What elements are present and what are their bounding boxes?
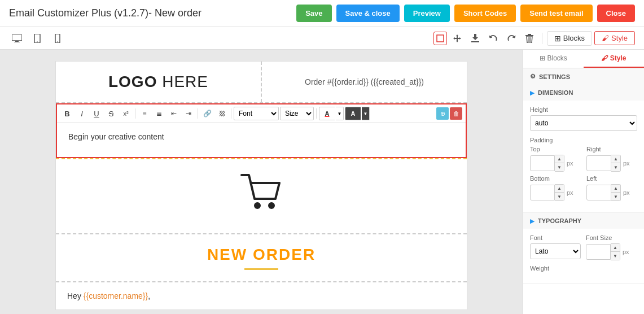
settings-label: SETTINGS: [539, 73, 570, 80]
logo-rest: HERE: [157, 73, 208, 90]
cart-section[interactable]: [56, 158, 467, 234]
font-size-input[interactable]: 16: [586, 244, 611, 260]
indent-less-button[interactable]: ⇤: [167, 107, 181, 120]
style-tab-label: 🖌 Style: [601, 54, 626, 62]
desktop-icon[interactable]: [9, 30, 25, 46]
svg-rect-7: [437, 35, 444, 42]
padding-bottom-down[interactable]: ▼: [555, 193, 564, 200]
send-test-button[interactable]: Send test email: [520, 5, 592, 22]
dimension-section: ▶ DIMENSION Height auto Padding: [523, 85, 644, 213]
bg-color-a: A: [351, 110, 356, 117]
superscript-button[interactable]: x²: [119, 107, 133, 120]
link-button[interactable]: 🔗: [200, 107, 214, 120]
padding-right-up[interactable]: ▲: [611, 155, 620, 163]
font-size-col: Font Size 16 ▲ ▼ px: [586, 234, 637, 260]
bg-color-button[interactable]: A: [345, 107, 361, 120]
font-select[interactable]: Font: [234, 107, 279, 120]
padding-top-col: Top 10 ▲ ▼ px: [530, 146, 581, 172]
size-select[interactable]: Size: [280, 107, 314, 120]
tablet-icon[interactable]: [29, 30, 45, 46]
new-order-section[interactable]: NEW ORDER: [56, 234, 467, 282]
padding-top-input[interactable]: 10: [530, 155, 555, 171]
short-codes-button[interactable]: Short Codes: [454, 5, 516, 22]
download-icon[interactable]: [467, 30, 483, 46]
blocks-tab[interactable]: ⊞ Blocks: [547, 31, 592, 46]
redo-icon[interactable]: [503, 30, 519, 46]
font-size-down[interactable]: ▼: [611, 252, 620, 260]
customer-section[interactable]: Hey {{customer.name}},: [56, 282, 467, 309]
padding-left-up[interactable]: ▲: [611, 185, 620, 193]
order-placeholder: Order #{{order.id}} ({{created_at}}): [305, 77, 424, 86]
padding-top-up[interactable]: ▲: [555, 155, 564, 163]
dimension-arrow: ▶: [530, 90, 535, 96]
right-panel: ⊞ Blocks 🖌 Style ⚙ SETTINGS ▶ DIMENSION …: [523, 50, 644, 314]
select-icon[interactable]: [433, 32, 447, 45]
undo-icon[interactable]: [485, 30, 501, 46]
padding-right-label: Right: [586, 146, 637, 152]
padding-left-down[interactable]: ▼: [611, 193, 620, 200]
dimension-header[interactable]: ▶ DIMENSION: [523, 85, 644, 101]
order-cell[interactable]: Order #{{order.id}} ({{created_at}}): [262, 62, 467, 102]
settings-header[interactable]: ⚙ SETTINGS: [523, 68, 644, 85]
main-content: LOGO HERE Order #{{order.id}} ({{created…: [0, 50, 644, 314]
editor-text: Begin your creative content: [68, 132, 164, 141]
text-color-arrow[interactable]: ▼: [336, 107, 344, 120]
padding-left-unit: px: [623, 189, 630, 196]
logo-text: LOGO HERE: [108, 73, 208, 91]
font-size-up[interactable]: ▲: [611, 244, 620, 252]
text-color-button[interactable]: A: [319, 107, 335, 120]
gear-icon: ⚙: [530, 73, 536, 80]
tab-blocks[interactable]: ⊞ Blocks: [523, 50, 584, 68]
padding-bottom-input[interactable]: 10: [530, 185, 555, 200]
padding-bottom-up[interactable]: ▲: [555, 185, 564, 193]
font-family-select[interactable]: Lato Arial Georgia: [530, 243, 581, 259]
padding-left-label: Left: [586, 175, 637, 182]
editor-icon2[interactable]: 🗑: [450, 107, 462, 120]
new-order-title: NEW ORDER: [67, 246, 455, 264]
italic-button[interactable]: I: [75, 107, 89, 120]
text-editor-section[interactable]: B I U S x² ≡ ≣ ⇤ ⇥ 🔗 ⛓ Font: [56, 103, 467, 158]
strikethrough-button[interactable]: S: [104, 107, 118, 120]
padding-right-down[interactable]: ▼: [611, 163, 620, 171]
email-canvas[interactable]: LOGO HERE Order #{{order.id}} ({{created…: [0, 50, 523, 314]
padding-label: Padding: [530, 137, 637, 143]
header: Email Customizer Plus (v1.2.7)- New orde…: [0, 0, 644, 27]
blocks-label: Blocks: [563, 34, 585, 42]
svg-rect-1: [15, 41, 19, 42]
mobile-icon[interactable]: [50, 30, 65, 46]
svg-point-14: [254, 202, 261, 209]
preview-button[interactable]: Preview: [404, 5, 450, 22]
bg-color-arrow[interactable]: ▼: [362, 107, 370, 120]
padding-left-input[interactable]: 25: [586, 185, 611, 200]
height-select[interactable]: auto: [530, 115, 637, 131]
move-icon[interactable]: [449, 30, 465, 46]
save-button[interactable]: Save: [296, 5, 331, 22]
text-color-a: A: [325, 110, 330, 117]
logo-cell[interactable]: LOGO HERE: [56, 62, 262, 102]
close-button[interactable]: Close: [597, 5, 635, 22]
typography-body: Font Lato Arial Georgia Font Size 1: [523, 229, 644, 283]
typography-header[interactable]: ▶ TYPOGRAPHY: [523, 213, 644, 229]
svg-point-6: [57, 41, 58, 42]
height-label: Height: [530, 106, 637, 113]
editor-toolbar: B I U S x² ≡ ≣ ⇤ ⇥ 🔗 ⛓ Font: [57, 104, 466, 123]
unordered-list-button[interactable]: ≡: [138, 107, 151, 120]
delete-icon[interactable]: [522, 30, 537, 46]
ordered-list-button[interactable]: ≣: [152, 107, 166, 120]
svg-point-4: [37, 41, 38, 42]
tab-style[interactable]: 🖌 Style: [584, 50, 644, 68]
padding-right-input[interactable]: 25: [586, 155, 611, 171]
padding-top-down[interactable]: ▼: [555, 163, 564, 171]
cart-icon: [239, 171, 284, 222]
editor-icon1[interactable]: ⊕: [436, 107, 449, 120]
style-tab[interactable]: 🖌 Style: [594, 31, 635, 45]
unlink-button[interactable]: ⛓: [215, 107, 229, 120]
bold-button[interactable]: B: [60, 107, 74, 120]
logo-bold: LOGO: [108, 73, 157, 90]
underline-button[interactable]: U: [90, 107, 103, 120]
editor-content[interactable]: Begin your creative content: [57, 123, 466, 157]
new-order-line: [244, 268, 278, 270]
indent-more-button[interactable]: ⇥: [182, 107, 195, 120]
save-close-button[interactable]: Save & close: [336, 5, 400, 22]
typography-label: TYPOGRAPHY: [538, 217, 581, 224]
